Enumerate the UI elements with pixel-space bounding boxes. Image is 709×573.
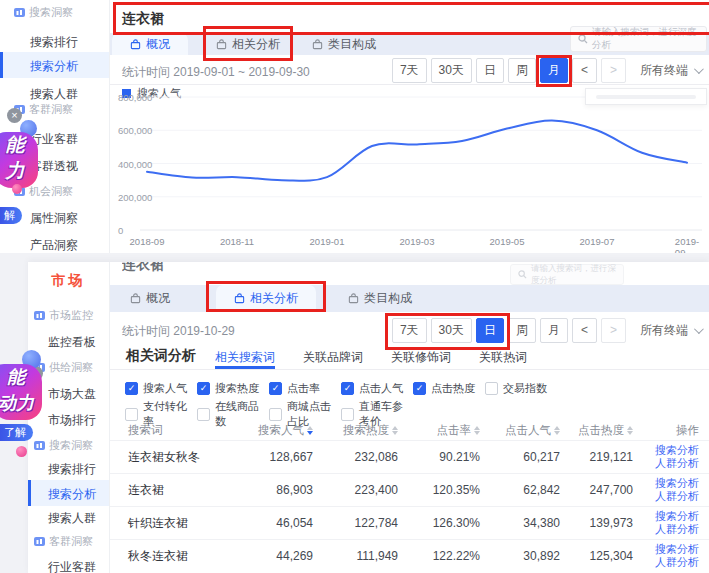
tab-related-analysis[interactable]: 相关分析 [216, 285, 316, 312]
checkbox-icon[interactable] [485, 382, 498, 395]
checkbox-checked-icon[interactable]: ✓ [197, 382, 210, 395]
screenshot-stage: 搜索洞察 搜索排行 搜索分析 搜索人群 客群洞察 × 行业客群 客群透视 机会洞… [0, 0, 709, 573]
range-day-button[interactable]: 日 [476, 318, 504, 343]
sidebar-item-attribute-insight[interactable]: 属性洞察 [30, 210, 110, 227]
search-input[interactable]: 请输入搜索词，进行深度分析 [510, 264, 624, 285]
crowd-analysis-link[interactable]: 人群分析 [655, 523, 699, 536]
subtab-brand-words[interactable]: 关联品牌词 [303, 345, 363, 369]
filter-search-popularity[interactable]: ✓搜索人气 [125, 381, 197, 396]
stat-time: 统计时间 2019-09-01 ~ 2019-09-30 [122, 64, 310, 81]
checkbox-checked-icon[interactable]: ✓ [341, 382, 354, 395]
next-period-button[interactable]: > [601, 318, 626, 343]
tab-category-composition[interactable]: 类目构成 [308, 33, 380, 55]
range-day-button[interactable]: 日 [476, 58, 504, 83]
cell-value: 60,217 [480, 450, 560, 464]
range-month-button[interactable]: 月 [540, 318, 568, 343]
range-30d-button[interactable]: 30天 [431, 318, 472, 343]
sidebar-item-search-analysis[interactable]: 搜索分析 [48, 486, 110, 503]
folder-chart-icon [14, 7, 25, 18]
range-7d-button[interactable]: 7天 [392, 58, 427, 83]
crowd-analysis-link[interactable]: 人群分析 [655, 457, 699, 470]
range-buttons: 7天 30天 日 周 月 < > 所有终端 [392, 58, 701, 83]
subtab-hot-words[interactable]: 关联热词 [479, 345, 527, 369]
cell-value: 122,784 [313, 516, 398, 530]
cell-value: 128,667 [228, 450, 313, 464]
prev-period-button[interactable]: < [572, 58, 597, 83]
checkbox-icon[interactable] [197, 408, 210, 421]
filter-click-rate[interactable]: ✓点击率 [269, 381, 341, 396]
col-click-rate[interactable]: 点击率 [398, 423, 480, 438]
sidebar-item-search-ranking[interactable]: 搜索排行 [48, 461, 110, 478]
sidebar-item-search-analysis[interactable]: 搜索分析 [30, 58, 110, 75]
filter-click-heat[interactable]: ✓点击热度 [413, 381, 485, 396]
tab-category-composition[interactable]: 类目构成 [344, 285, 416, 312]
table-header-row: 搜索词 搜索人气 搜索热度 点击率 点击人气 点击热度 操作 [110, 420, 709, 440]
checkbox-checked-icon[interactable]: ✓ [269, 382, 282, 395]
sidebar-item-customer-perspective[interactable]: 客群透视 [30, 158, 110, 175]
sidebar-item-product-insight[interactable]: 产品洞察 [30, 237, 110, 253]
sidebar-item-industry-customer[interactable]: 行业客群 [48, 559, 110, 573]
stat-time: 统计时间 2019-10-29 [122, 323, 235, 340]
folder-chart-icon [34, 310, 45, 321]
cell-value: 86,903 [228, 483, 313, 497]
filter-click-popularity[interactable]: ✓点击人气 [341, 381, 413, 396]
sidebar-section-search-insight: 搜索洞察 [34, 438, 110, 453]
bag-icon [130, 293, 141, 304]
terminal-dropdown[interactable]: 所有终端 [640, 322, 701, 339]
bag-icon [130, 39, 141, 50]
cell-value: 34,380 [480, 516, 560, 530]
promo-cta-button[interactable]: 了解 [0, 424, 33, 441]
range-month-button[interactable]: 月 [540, 58, 568, 83]
crowd-analysis-link[interactable]: 人群分析 [655, 490, 699, 503]
range-week-button[interactable]: 周 [508, 318, 536, 343]
prev-period-button[interactable]: < [572, 318, 597, 343]
promo-cta-button[interactable]: 解 [0, 207, 22, 224]
checkbox-checked-icon[interactable]: ✓ [413, 382, 426, 395]
page-title-keyword-clipped: 连衣裙 [122, 262, 164, 275]
sidebar-section-supply-insight: 供给洞察 [34, 360, 110, 375]
range-week-button[interactable]: 周 [508, 58, 536, 83]
sidebar-item-search-crowd[interactable]: 搜索人群 [30, 86, 110, 103]
subtab-related-search-words[interactable]: 相关搜索词 [215, 345, 275, 369]
search-input[interactable]: 请输入搜索词，进行深度分析 [570, 26, 707, 52]
range-30d-button[interactable]: 30天 [431, 58, 472, 83]
x-tick-label: 2019-01 [310, 236, 345, 247]
cell-value: 44,269 [228, 549, 313, 563]
col-search-heat[interactable]: 搜索热度 [313, 423, 398, 438]
next-period-button[interactable]: > [601, 58, 626, 83]
chevron-down-icon [694, 324, 704, 334]
checkbox-icon[interactable] [269, 408, 282, 421]
col-search-popularity[interactable]: 搜索人气 [228, 423, 313, 438]
sidebar-item-search-crowd[interactable]: 搜索人群 [48, 510, 110, 527]
sidebar-item-market-overview[interactable]: 市场大盘 [48, 386, 110, 403]
close-icon[interactable]: × [7, 108, 22, 123]
filter-search-heat[interactable]: ✓搜索热度 [197, 381, 269, 396]
search-analysis-link[interactable]: 搜索分析 [655, 543, 699, 556]
tab-overview[interactable]: 概况 [126, 285, 174, 312]
col-click-popularity[interactable]: 点击人气 [480, 423, 560, 438]
cell-search-word: 针织连衣裙 [128, 515, 228, 532]
search-analysis-link[interactable]: 搜索分析 [655, 510, 699, 523]
close-icon[interactable]: × [28, 366, 43, 381]
cell-value: 219,121 [560, 450, 633, 464]
x-tick-label: 2019-09 [675, 236, 699, 253]
checkbox-icon[interactable] [125, 408, 138, 421]
sidebar-item-search-ranking[interactable]: 搜索排行 [30, 34, 110, 51]
filter-transaction-index[interactable]: 交易指数 [485, 381, 557, 396]
crowd-analysis-link[interactable]: 人群分析 [655, 556, 699, 569]
sidebar-item-market-ranking[interactable]: 市场排行 [48, 412, 110, 429]
col-click-heat[interactable]: 点击热度 [560, 423, 633, 438]
col-actions: 操作 [633, 423, 699, 438]
search-analysis-link[interactable]: 搜索分析 [655, 444, 699, 457]
sidebar-section-opportunity-insight: 机会洞察 [14, 184, 110, 199]
sidebar-item-monitor-board[interactable]: 监控看板 [48, 334, 110, 351]
checkbox-checked-icon[interactable]: ✓ [125, 382, 138, 395]
tab-overview[interactable]: 概况 [112, 33, 188, 55]
checkbox-icon[interactable] [341, 408, 354, 421]
tab-related-analysis[interactable]: 相关分析 [212, 33, 284, 55]
search-analysis-link[interactable]: 搜索分析 [655, 477, 699, 490]
range-7d-button[interactable]: 7天 [392, 318, 427, 343]
sidebar-item-industry-customer[interactable]: 行业客群 [30, 131, 110, 148]
subtab-modifier-words[interactable]: 关联修饰词 [391, 345, 451, 369]
terminal-dropdown[interactable]: 所有终端 [640, 62, 701, 79]
